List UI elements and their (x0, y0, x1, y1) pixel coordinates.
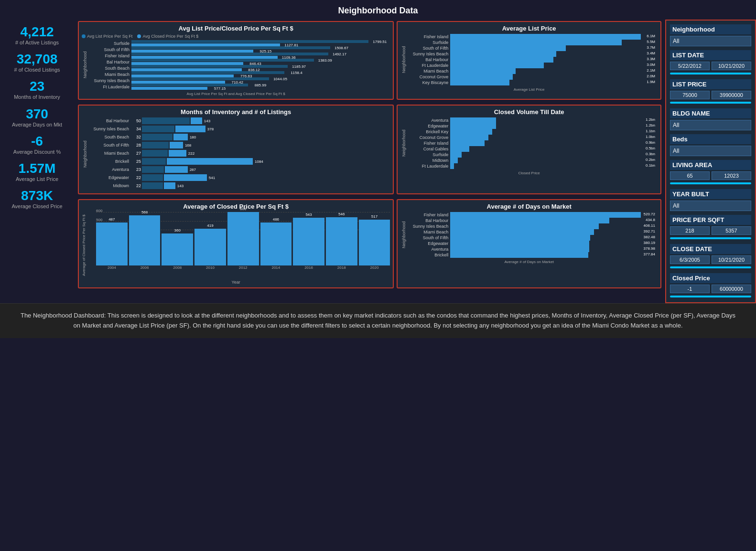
list-date-slider[interactable] (670, 73, 751, 74)
dual-bar-row: Bal Harbour50143 (88, 117, 390, 124)
bar-row: Sunny Isles Beach1044.05710.42 (88, 77, 368, 84)
stat-value: 1.57M (2, 161, 72, 176)
bar-row: South Beach1185.97836.12 (88, 65, 368, 71)
avg-list-price-bar-title: Average List Price (400, 25, 658, 32)
dual-bar-row: Brickell251084 (88, 158, 390, 165)
bar-row: Coconut Grove2.0M (407, 74, 641, 80)
stat-label: Months of Inventory (2, 94, 72, 100)
living-area-from[interactable] (670, 171, 710, 180)
x-axis-avg-days: Average # of Days on Market (400, 260, 658, 264)
avg-days-title: Average # of Days on Market (400, 203, 658, 210)
living-area-label: LIVING AREA (670, 160, 751, 170)
stat-value: 23 (2, 79, 72, 94)
stat-label: Average Closed Price (2, 203, 72, 210)
stat-item: 23Months of Inventory (2, 79, 72, 100)
x-axis-sqft: Avg List Price Per Sq Ft and Avg Closed … (82, 92, 390, 96)
close-date-slider[interactable] (670, 266, 751, 268)
stat-value: -6 (2, 134, 72, 149)
year-built-select[interactable]: All (670, 201, 751, 211)
bar-row: Fisher Island6.1M (407, 34, 641, 40)
bar-row: Coconut Grove1.0bn (407, 135, 641, 140)
bar-row: Brickell377.84 (407, 252, 641, 258)
bar-row: Midtown0.2bn (407, 158, 641, 163)
bar-row: Ft Lauderdale885.99577.15 (88, 84, 368, 90)
closed-price-to[interactable] (712, 285, 751, 293)
bar-row: Bal Harbour1383.09846.43 (88, 59, 368, 65)
dual-bar-row: Edgewater22541 (88, 174, 390, 181)
close-date-to[interactable] (712, 255, 751, 264)
charts-area: Avg List Price/Closed Price Per Sq Ft $ … (74, 20, 665, 303)
bar-row: Ft Lauderdale0.1bn (407, 163, 641, 169)
list-price-slider[interactable] (670, 102, 751, 104)
living-area-slider[interactable] (670, 182, 751, 184)
stat-item: 32,708# of Closed Listings (2, 52, 72, 73)
neighborhood-filter-label: Neighborhood (670, 24, 751, 34)
y-axis-neighborhood-4: Neighborhood (400, 117, 407, 169)
stat-item: 370Average Days on Mkt (2, 106, 72, 128)
dual-bar-row: Midtown22143 (88, 182, 390, 189)
bar-row: Bal Harbour3.3M (407, 57, 641, 63)
avg-closed-price-year-chart: Average of Closed Price Per Sq Ft $ Aver… (78, 199, 394, 288)
bar-row: Miami Beach392.71 (407, 229, 641, 235)
months-inventory-title: Months of Inventory and # of Listings (82, 108, 390, 116)
avg-days-chart: Average # of Days on Market Neighborhood… (397, 199, 661, 288)
list-price-to[interactable] (712, 91, 751, 99)
dual-bar-row: Miami Beach27222 (88, 150, 390, 157)
y-axis-neighborhood-5: Neighborhood (400, 212, 407, 258)
description: The Neighborhood Dashboard: This screen … (0, 303, 756, 338)
stat-value: 32,708 (2, 52, 72, 67)
stat-label: Average Days on Mkt (2, 122, 72, 128)
stat-value: 873K (2, 188, 72, 203)
bar-row: Edgewater380.19 (407, 241, 641, 246)
list-date-to[interactable] (712, 62, 751, 70)
bar-row: Miami Beach2.1M (407, 68, 641, 74)
x-axis-avg-list: Average List Price (400, 87, 658, 92)
stat-value: 4,212 (2, 24, 72, 40)
bar-row: Fisher Island0.9bn (407, 140, 641, 146)
price-per-sqft-slider[interactable] (670, 237, 751, 239)
bar-row: Sunny Isles Beach3.4M (407, 51, 641, 57)
closed-volume-title: Closed Volume Till Date (400, 108, 658, 116)
bar-row: Aventura378.98 (407, 246, 641, 252)
bar-row: Aventura1.2bn (407, 117, 641, 123)
bldg-name-select[interactable]: All (670, 120, 751, 130)
filter-panel: Neighborhood All LIST DATE LIST PRICE BL… (665, 20, 756, 303)
stat-label: Average Discount % (2, 149, 72, 155)
dual-bar-row: Sunny Isles Beach34378 (88, 126, 390, 132)
x-axis-closed-price: Closed Price (400, 171, 658, 175)
bar-row: Surfside0.3bn (407, 152, 641, 158)
bar-row: Key Biscayne1.9M (407, 80, 641, 85)
avg-list-price-chart: Avg List Price/Closed Price Per Sq Ft $ … (78, 21, 394, 100)
stat-label: # of Active Listings (2, 40, 72, 46)
year-built-label: YEAR BUILT (670, 189, 751, 199)
price-per-sqft-from[interactable] (670, 226, 710, 235)
list-price-label: LIST PRICE (670, 79, 751, 89)
beds-select[interactable]: All (670, 146, 751, 156)
close-date-from[interactable] (670, 255, 710, 264)
avg-list-price-title: Avg List Price/Closed Price Per Sq Ft $ (82, 25, 390, 32)
stat-item: -6Average Discount % (2, 134, 72, 155)
stat-value: 370 (2, 106, 72, 122)
bldg-name-label: BLDG NAME (670, 108, 751, 118)
list-price-from[interactable] (670, 91, 710, 99)
bar-row: Miami Beach1158.4776.63 (88, 71, 368, 77)
living-area-to[interactable] (712, 171, 751, 180)
y-axis-neighborhood-2: Neighborhood (400, 34, 407, 85)
legend-closed: Avg Closed Price Per Sq Ft $ (142, 34, 198, 39)
closed-price-from[interactable] (670, 285, 710, 293)
bar-row: South of Fifth1508.67925.15 (88, 46, 368, 53)
stat-item: 873KAverage Closed Price (2, 188, 72, 210)
closed-volume-chart: Closed Volume Till Date Neighborhood Ave… (397, 105, 661, 194)
y-axis-neighborhood-3: Neighborhood (82, 117, 88, 191)
neighborhood-select[interactable]: All (670, 36, 751, 46)
closed-price-slider[interactable] (670, 296, 751, 297)
close-date-label: CLOSE DATE (670, 244, 751, 254)
closed-price-label: Closed Price (670, 273, 751, 283)
y-axis-neighborhood-1: Neighborhood (82, 40, 88, 90)
list-date-from[interactable] (670, 62, 710, 70)
price-per-sqft-label: PRICE PER SQFT (670, 215, 751, 225)
price-per-sqft-to[interactable] (712, 226, 751, 235)
avg-list-price-bar-chart: Average List Price Neighborhood Fisher I… (397, 21, 661, 100)
bar-row: Bal Harbour434.8 (407, 218, 641, 223)
stat-label: Average List Price (2, 176, 72, 182)
